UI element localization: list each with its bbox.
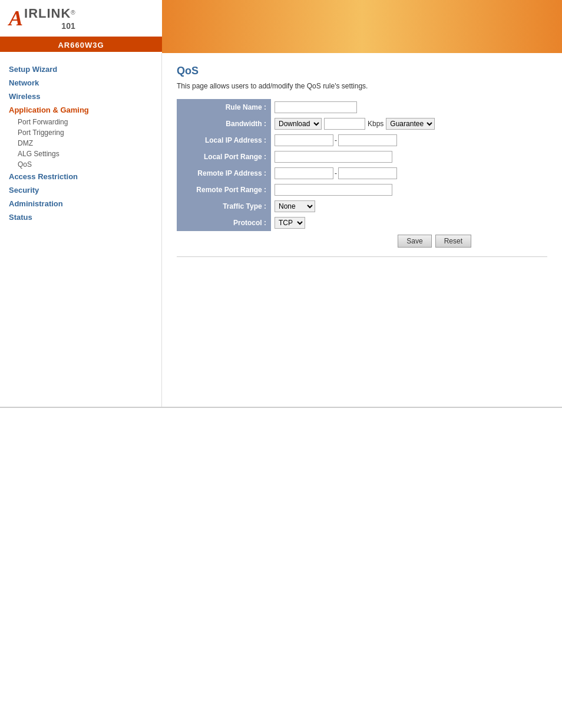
remote-port-label: Remote Port Range : [177, 182, 271, 198]
bandwidth-direction-select[interactable]: Download Upload [275, 118, 322, 130]
remote-ip-end-input[interactable] [338, 167, 397, 179]
bandwidth-value-input[interactable] [324, 118, 365, 130]
local-port-input[interactable] [275, 151, 392, 163]
remote-ip-start-input[interactable] [275, 167, 333, 179]
rule-name-input[interactable] [275, 101, 357, 113]
local-ip-label: Local IP Address : [177, 132, 271, 149]
traffic-type-select[interactable]: None VOIP Gaming Video [275, 200, 315, 212]
guarantee-select[interactable]: Guarantee Maximum [386, 118, 435, 130]
sidebar-item-dmz[interactable]: DMZ [0, 138, 161, 149]
header-banner [162, 0, 562, 53]
traffic-type-row: Traffic Type : None VOIP Gaming Video [177, 198, 471, 215]
sidebar-item-alg-settings[interactable]: ALG Settings [0, 149, 161, 159]
page-description: This page allows users to add/modify the… [177, 82, 547, 90]
sidebar: Setup Wizard Network Wireless Applicatio… [0, 53, 162, 407]
logo-101: 101 [61, 21, 75, 31]
local-port-row: Local Port Range : [177, 149, 471, 165]
save-button[interactable]: Save [398, 235, 431, 248]
reset-button[interactable]: Reset [435, 235, 471, 248]
local-ip-start-input[interactable] [275, 134, 333, 146]
logo-irlink: IRLINK [24, 6, 71, 21]
sidebar-item-setup-wizard[interactable]: Setup Wizard [0, 62, 161, 76]
protocol-row: Protocol : TCP UDP Both [177, 215, 471, 231]
footer-divider [0, 407, 562, 408]
bandwidth-input-cell: Download Upload Kbps Guarantee Maximum [271, 116, 471, 132]
sidebar-item-security[interactable]: Security [0, 183, 161, 197]
sidebar-item-port-triggering[interactable]: Port Triggering [0, 127, 161, 138]
local-ip-end-input[interactable] [338, 134, 397, 146]
local-ip-input-cell: - [271, 132, 471, 149]
page-title: QoS [177, 65, 547, 77]
rule-name-label: Rule Name : [177, 99, 271, 116]
local-ip-separator: - [335, 136, 337, 144]
qos-form: Rule Name : Bandwidth : Download Upload … [177, 99, 471, 231]
logo-area: A IRLINK® 101 [0, 0, 162, 38]
sidebar-item-network[interactable]: Network [0, 76, 161, 90]
sidebar-item-wireless[interactable]: Wireless [0, 90, 161, 103]
protocol-label: Protocol : [177, 215, 271, 231]
sidebar-item-status[interactable]: Status [0, 210, 161, 224]
bandwidth-row: Bandwidth : Download Upload Kbps Guarant… [177, 116, 471, 132]
model-name: AR660W3G [0, 38, 162, 52]
traffic-type-label: Traffic Type : [177, 198, 271, 215]
protocol-input-cell: TCP UDP Both [271, 215, 471, 231]
logo-a-letter: A [9, 6, 23, 31]
local-port-label: Local Port Range : [177, 149, 271, 165]
remote-port-input[interactable] [275, 184, 392, 196]
local-port-input-cell [271, 149, 471, 165]
remote-ip-label: Remote IP Address : [177, 165, 271, 182]
sidebar-item-app-gaming[interactable]: Application & Gaming [0, 103, 161, 117]
traffic-type-input-cell: None VOIP Gaming Video [271, 198, 471, 215]
remote-port-row: Remote Port Range : [177, 182, 471, 198]
content-area: QoS This page allows users to add/modify… [162, 53, 562, 407]
sidebar-item-administration[interactable]: Administration [0, 197, 161, 210]
sidebar-item-port-forwarding[interactable]: Port Forwarding [0, 117, 161, 127]
button-row: Save Reset [177, 235, 471, 248]
remote-ip-row: Remote IP Address : - [177, 165, 471, 182]
sidebar-item-qos[interactable]: QoS [0, 159, 161, 170]
sidebar-item-access-restriction[interactable]: Access Restriction [0, 170, 161, 183]
bandwidth-label: Bandwidth : [177, 116, 271, 132]
rule-name-row: Rule Name : [177, 99, 471, 116]
logo-registered: ® [71, 9, 75, 16]
local-ip-row: Local IP Address : - [177, 132, 471, 149]
rule-name-input-cell [271, 99, 471, 116]
remote-ip-input-cell: - [271, 165, 471, 182]
remote-port-input-cell [271, 182, 471, 198]
remote-ip-separator: - [335, 169, 337, 177]
protocol-select[interactable]: TCP UDP Both [275, 217, 305, 229]
kbps-label: Kbps [368, 120, 384, 128]
content-divider [177, 256, 547, 257]
